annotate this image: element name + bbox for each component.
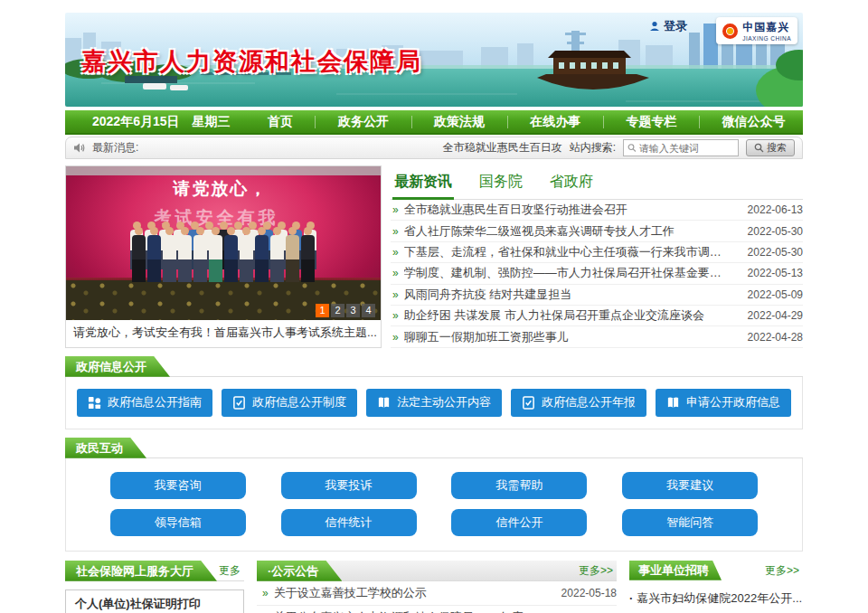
page-dot-4[interactable]: 4 (362, 304, 375, 317)
news-row[interactable]: »风雨同舟齐抗疫 结对共建显担当2022-05-09 (391, 285, 803, 306)
news-row[interactable]: »聊聊五一假期加班工资那些事儿2022-04-28 (391, 326, 803, 347)
notice-title[interactable]: 关于设立嘉善技工学校的公示 (274, 585, 542, 601)
nav-date: 2022年6月15日 星期三 (65, 114, 250, 130)
nav-item-gov-open[interactable]: 政务公开 (326, 114, 401, 130)
news-title[interactable]: 全市稳就业惠民生百日攻坚行动推进会召开 (404, 202, 727, 218)
search-input[interactable] (639, 143, 734, 154)
nav-item-online[interactable]: 在线办事 (517, 114, 593, 130)
smart-qa-button[interactable]: 智能问答 (622, 509, 758, 536)
logo-subtitle: JIAXING CHINA (742, 35, 791, 42)
news-row[interactable]: »省人社厅陈荣华二级巡视员来嘉兴调研专技人才工作2022-05-30 (391, 221, 803, 241)
news-ticker-bar: 最新消息: 全市稳就业惠民生百日攻 站内搜索: 搜索 (65, 137, 803, 159)
double-arrow-icon: » (392, 331, 399, 344)
news-panel: 最新资讯 国务院 省政府 »全市稳就业惠民生百日攻坚行动推进会召开2022-06… (391, 165, 803, 348)
double-arrow-icon: » (392, 203, 399, 216)
doc-check-icon (522, 396, 535, 410)
photo-carousel[interactable]: 请党放心， 考试安全有我 1 2 3 4 请党放心，考试安全有我！首届嘉兴市人事… (65, 165, 382, 348)
ticker-label: 最新消息: (92, 140, 138, 156)
social-more-link[interactable]: 更多 (219, 561, 244, 581)
nav-item-special[interactable]: 专题专栏 (613, 114, 689, 130)
button-label: 政府信息公开指南 (108, 394, 202, 410)
carousel-slide-photo: 请党放心， 考试安全有我 (66, 166, 381, 320)
news-date: 2022-05-30 (734, 246, 803, 259)
nav-separator (411, 116, 412, 128)
news-row[interactable]: »下基层、走流程，省社保和就业中心主任项薇一行来我市调研“国统”上线情况2022… (391, 242, 803, 263)
book-icon (666, 396, 680, 410)
news-title[interactable]: 学制度、建机制、强防控——市人力社保局召开社保基金要情专题学习会 (404, 265, 727, 281)
button-label: 政府信息公开年报 (542, 394, 636, 410)
doc-check-icon (232, 396, 246, 410)
interaction-section-title: 政民互动 (65, 438, 146, 458)
search-button-label: 搜索 (767, 141, 787, 155)
news-row[interactable]: »学制度、建机制、强防控——市人力社保局召开社保基金要情专题学习会2022-05… (391, 263, 803, 284)
consult-button[interactable]: 我要咨询 (110, 472, 246, 499)
leader-mailbox-button[interactable]: 领导信箱 (110, 509, 246, 536)
page-dot-3[interactable]: 3 (346, 304, 360, 317)
carousel-pagination: 1 2 3 4 (316, 304, 375, 317)
news-title[interactable]: 下基层、走流程，省社保和就业中心主任项薇一行来我市调研“国统”上线情况 (404, 244, 727, 260)
main-nav: 2022年6月15日 星期三 首页 政务公开 政策法规 在线办事 专题专栏 微信… (65, 110, 803, 135)
notice-date: 2022-05-18 (548, 587, 617, 599)
request-disclosure-button[interactable]: 申请公开政府信息 (656, 389, 791, 417)
news-date: 2022-05-13 (734, 267, 803, 279)
news-title[interactable]: 聊聊五一假期加班工资那些事儿 (404, 329, 727, 345)
social-insurance-title: 社会保险网上服务大厅 (65, 561, 217, 581)
news-list: »全市稳就业惠民生百日攻坚行动推进会召开2022-06-13 »省人社厅陈荣华二… (391, 200, 803, 348)
page-dot-1[interactable]: 1 (316, 304, 329, 317)
double-arrow-icon: » (262, 587, 269, 599)
news-date: 2022-06-13 (734, 203, 803, 216)
logo-title: 中国嘉兴 (742, 20, 791, 35)
need-help-button[interactable]: 我需帮助 (451, 472, 587, 499)
site-search-label: 站内搜索: (570, 140, 616, 156)
recruitment-more-link[interactable]: 更多>> (765, 561, 803, 581)
double-arrow-icon: » (392, 309, 399, 322)
gov-info-guide-button[interactable]: 政府信息公开指南 (77, 389, 212, 417)
search-button[interactable]: 搜索 (746, 139, 795, 156)
grid-icon (88, 396, 101, 410)
ticker-scrolling-text[interactable]: 全市稳就业惠民生百日攻 (146, 140, 561, 156)
news-row[interactable]: »助企纾困 共谋发展 市人力社保局召开重点企业交流座谈会2022-04-29 (391, 306, 803, 326)
button-label: 政府信息公开制度 (252, 394, 346, 410)
statutory-disclosure-button[interactable]: 法定主动公开内容 (366, 389, 502, 417)
tab-provincial-gov[interactable]: 省政府 (548, 169, 595, 199)
tab-latest-news[interactable]: 最新资讯 (392, 169, 454, 200)
notice-title[interactable]: 关于公布嘉兴市人力资源和社会保障局2022年度重大行政决策事... (274, 609, 542, 613)
weekday-text: 星期三 (193, 114, 231, 130)
double-arrow-icon: » (392, 267, 399, 279)
complaint-button[interactable]: 我要投诉 (281, 472, 417, 499)
logo-swirl-icon (722, 24, 738, 39)
double-arrow-icon: » (392, 225, 399, 238)
date-text: 2022年6月15日 (92, 114, 180, 130)
gov-info-section: 政府信息公开 政府信息公开指南 政府信息公开制度 法定主动公开内容 政府信息公开… (65, 356, 803, 429)
notice-row[interactable]: »关于设立嘉善技工学校的公示2022-05-18 (257, 581, 617, 606)
nav-separator (507, 116, 508, 128)
recruit-row[interactable]: 嘉兴市妇幼保健院2022年公开... (629, 590, 803, 607)
notice-row[interactable]: »关于公布嘉兴市人力资源和社会保障局2022年度重大行政决策事...2022-0… (257, 606, 617, 613)
carousel-caption[interactable]: 请党放心，考试安全有我！首届嘉兴市人事考试系统主题... (66, 320, 381, 344)
nav-item-policy[interactable]: 政策法规 (421, 114, 497, 130)
recruitment-panel: 事业单位招聘 更多>> 嘉兴市妇幼保健院2022年公开... 2022年嘉兴市属… (629, 561, 803, 613)
news-title[interactable]: 助企纾困 共谋发展 市人力社保局召开重点企业交流座谈会 (404, 307, 727, 324)
gov-info-section-title: 政府信息公开 (65, 356, 170, 377)
news-date: 2022-04-28 (734, 331, 803, 344)
speaker-icon (73, 142, 85, 154)
nav-item-home[interactable]: 首页 (255, 114, 306, 130)
search-icon (754, 143, 764, 153)
gov-info-system-button[interactable]: 政府信息公开制度 (222, 389, 357, 417)
login-button[interactable]: 登录 (649, 18, 687, 34)
news-row[interactable]: »全市稳就业惠民生百日攻坚行动推进会召开2022-06-13 (391, 200, 803, 221)
suggestion-button[interactable]: 我要建议 (622, 472, 758, 499)
page-container: 嘉兴市人力资源和社会保障局 登录 中国嘉兴 JIAXING CHINA 2022… (65, 0, 803, 613)
nav-separator (603, 116, 604, 128)
letter-disclosure-button[interactable]: 信件公开 (451, 509, 587, 536)
nav-item-wechat[interactable]: 微信公众号 (710, 114, 798, 130)
news-title[interactable]: 风雨同舟齐抗疫 结对共建显担当 (404, 287, 727, 303)
gov-info-buttons: 政府信息公开指南 政府信息公开制度 法定主动公开内容 政府信息公开年报 申请公开… (65, 377, 803, 429)
page-dot-2[interactable]: 2 (331, 304, 344, 317)
gov-info-annual-report-button[interactable]: 政府信息公开年报 (511, 389, 646, 417)
tab-state-council[interactable]: 国务院 (477, 169, 524, 199)
news-title[interactable]: 省人社厅陈荣华二级巡视员来嘉兴调研专技人才工作 (404, 223, 727, 240)
social-cert-print-item[interactable]: 个人(单位)社保证明打印 (65, 589, 244, 613)
letter-stats-button[interactable]: 信件统计 (281, 509, 417, 536)
notice-more-link[interactable]: 更多>> (579, 561, 617, 581)
